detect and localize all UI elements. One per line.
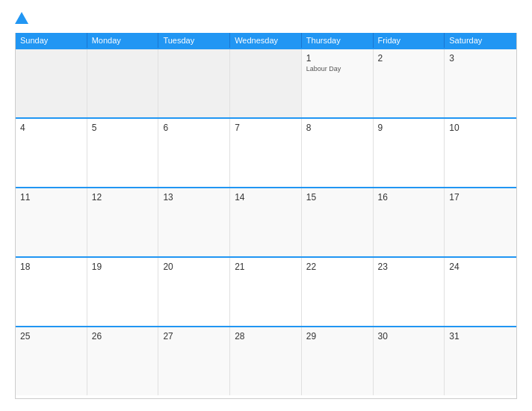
header-monday: Monday (87, 33, 159, 48)
day-number: 15 (306, 192, 368, 203)
day-number: 22 (306, 262, 368, 272)
header-sunday: Sunday (16, 33, 87, 48)
day-cell-0-6: 3 (445, 49, 516, 117)
day-number: 10 (449, 123, 512, 133)
day-cell-4-6: 31 (445, 327, 516, 395)
day-cell-2-5: 16 (374, 188, 445, 256)
day-number: 18 (20, 262, 82, 272)
day-number: 5 (92, 123, 154, 133)
day-cell-0-0 (16, 49, 87, 117)
day-number: 16 (378, 192, 440, 203)
day-headers-row: Sunday Monday Tuesday Wednesday Thursday… (16, 33, 516, 48)
day-number: 28 (235, 331, 297, 342)
header-tuesday: Tuesday (158, 33, 230, 48)
day-number: 4 (20, 123, 82, 133)
day-cell-4-2: 27 (158, 327, 230, 395)
day-number: 29 (306, 331, 368, 342)
day-cell-3-0: 18 (16, 258, 87, 326)
day-cell-2-1: 12 (87, 188, 159, 256)
day-cell-1-1: 5 (87, 119, 159, 187)
day-cell-2-3: 14 (230, 188, 302, 256)
week-row-1: 45678910 (16, 117, 516, 187)
day-cell-4-0: 25 (16, 327, 87, 395)
day-cell-3-6: 24 (445, 258, 516, 326)
day-number: 2 (378, 53, 440, 64)
day-cell-0-2 (158, 49, 230, 117)
day-cell-2-6: 17 (445, 188, 516, 256)
day-cell-3-5: 23 (374, 258, 445, 326)
header-saturday: Saturday (445, 33, 516, 48)
day-cell-1-6: 10 (445, 119, 516, 187)
day-cell-0-5: 2 (374, 49, 445, 117)
day-cell-3-2: 20 (158, 258, 230, 326)
logo (15, 12, 31, 25)
day-number: 9 (378, 123, 440, 133)
day-cell-1-2: 6 (158, 119, 230, 187)
day-cell-4-3: 28 (230, 327, 302, 395)
day-number: 23 (378, 262, 440, 272)
day-cell-3-3: 21 (230, 258, 302, 326)
day-number: 1 (306, 53, 368, 64)
day-number: 17 (449, 192, 512, 203)
header-wednesday: Wednesday (230, 33, 302, 48)
week-row-4: 25262728293031 (16, 326, 516, 395)
day-number: 6 (163, 123, 225, 133)
day-cell-2-2: 13 (158, 188, 230, 256)
day-cell-0-4: 1Labour Day (302, 49, 374, 117)
day-number: 14 (235, 192, 297, 203)
calendar-grid: Sunday Monday Tuesday Wednesday Thursday… (15, 33, 517, 399)
day-cell-4-1: 26 (87, 327, 159, 395)
day-number: 20 (163, 262, 225, 272)
day-cell-1-0: 4 (16, 119, 87, 187)
event-label: Labour Day (306, 65, 368, 72)
day-number: 21 (235, 262, 297, 272)
logo-triangle-icon (15, 12, 28, 24)
week-row-2: 11121314151617 (16, 187, 516, 256)
day-number: 30 (378, 331, 440, 342)
day-number: 12 (92, 192, 154, 203)
day-number: 26 (92, 331, 154, 342)
day-cell-3-1: 19 (87, 258, 159, 326)
day-number: 11 (20, 192, 82, 203)
day-number: 19 (92, 262, 154, 272)
calendar-page: Sunday Monday Tuesday Wednesday Thursday… (0, 0, 532, 411)
day-number: 27 (163, 331, 225, 342)
day-number: 8 (306, 123, 368, 133)
header (15, 12, 517, 25)
day-cell-4-4: 29 (302, 327, 374, 395)
weeks-container: 1Labour Day23456789101112131415161718192… (16, 48, 516, 395)
day-cell-2-0: 11 (16, 188, 87, 256)
day-number: 3 (449, 53, 512, 64)
day-cell-0-3 (230, 49, 302, 117)
week-row-3: 18192021222324 (16, 256, 516, 326)
day-number: 25 (20, 331, 82, 342)
day-number: 31 (449, 331, 512, 342)
day-cell-0-1 (87, 49, 159, 117)
day-cell-2-4: 15 (302, 188, 374, 256)
header-thursday: Thursday (302, 33, 374, 48)
week-row-0: 1Labour Day23 (16, 48, 516, 117)
day-cell-1-5: 9 (374, 119, 445, 187)
day-cell-3-4: 22 (302, 258, 374, 326)
day-number: 13 (163, 192, 225, 203)
day-number: 24 (449, 262, 512, 272)
day-cell-1-4: 8 (302, 119, 374, 187)
day-cell-4-5: 30 (374, 327, 445, 395)
day-cell-1-3: 7 (230, 119, 302, 187)
day-number: 7 (235, 123, 297, 133)
header-friday: Friday (374, 33, 445, 48)
